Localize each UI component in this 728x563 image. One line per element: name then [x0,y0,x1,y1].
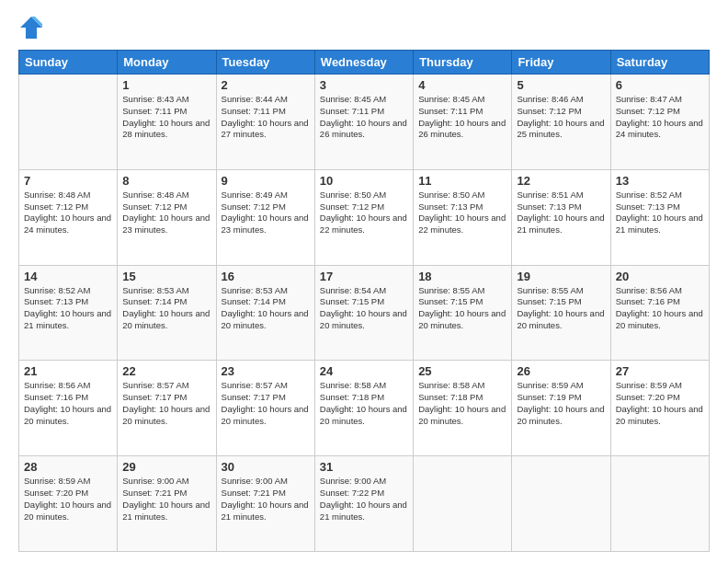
day-number: 15 [122,270,210,283]
day-number: 12 [517,174,605,188]
cell-info: Sunrise: 8:48 AMSunset: 7:12 PMDaylight:… [122,190,210,236]
calendar-cell: 9Sunrise: 8:49 AMSunset: 7:12 PMDaylight… [216,169,314,265]
day-number: 3 [320,78,408,92]
day-number: 27 [616,364,704,378]
day-header-monday: Monday [118,51,216,75]
calendar-cell: 24Sunrise: 8:58 AMSunset: 7:18 PMDayligh… [314,361,413,456]
calendar-cell: 6Sunrise: 8:47 AMSunset: 7:12 PMDaylight… [610,75,709,170]
day-number: 31 [320,460,408,474]
day-number: 2 [222,78,310,92]
day-number: 10 [320,174,408,188]
calendar-cell: 10Sunrise: 8:50 AMSunset: 7:12 PMDayligh… [314,169,413,265]
calendar-cell: 30Sunrise: 9:00 AMSunset: 7:21 PMDayligh… [216,456,314,552]
calendar-cell: 27Sunrise: 8:59 AMSunset: 7:20 PMDayligh… [610,361,709,456]
cell-info: Sunrise: 8:46 AMSunset: 7:12 PMDaylight:… [517,94,605,141]
calendar-cell: 18Sunrise: 8:55 AMSunset: 7:15 PMDayligh… [414,265,512,361]
calendar-cell: 13Sunrise: 8:52 AMSunset: 7:13 PMDayligh… [610,169,709,265]
cell-info: Sunrise: 8:55 AMSunset: 7:15 PMDaylight:… [517,285,605,332]
cell-info: Sunrise: 8:44 AMSunset: 7:11 PMDaylight:… [222,94,310,141]
calendar-cell [512,456,610,552]
cell-info: Sunrise: 8:59 AMSunset: 7:20 PMDaylight:… [616,380,704,427]
day-header-thursday: Thursday [414,51,512,75]
cell-info: Sunrise: 8:53 AMSunset: 7:14 PMDaylight:… [122,285,210,332]
svg-marker-0 [20,17,42,39]
calendar-cell: 5Sunrise: 8:46 AMSunset: 7:12 PMDaylight… [512,75,610,170]
cell-info: Sunrise: 8:45 AMSunset: 7:11 PMDaylight:… [418,94,506,141]
cell-info: Sunrise: 8:52 AMSunset: 7:13 PMDaylight:… [24,285,112,332]
calendar: SundayMondayTuesdayWednesdayThursdayFrid… [18,50,710,552]
day-number: 26 [517,364,605,378]
calendar-cell: 4Sunrise: 8:45 AMSunset: 7:11 PMDaylight… [414,75,512,170]
day-number: 19 [517,270,605,283]
calendar-week-1: 7Sunrise: 8:48 AMSunset: 7:12 PMDaylight… [19,169,710,265]
day-number: 11 [418,174,506,188]
calendar-cell: 11Sunrise: 8:50 AMSunset: 7:13 PMDayligh… [414,169,512,265]
day-number: 14 [24,270,112,283]
day-number: 29 [122,460,210,474]
cell-info: Sunrise: 8:48 AMSunset: 7:12 PMDaylight:… [24,190,112,236]
calendar-cell: 29Sunrise: 9:00 AMSunset: 7:21 PMDayligh… [118,456,216,552]
calendar-cell: 21Sunrise: 8:56 AMSunset: 7:16 PMDayligh… [19,361,118,456]
cell-info: Sunrise: 8:57 AMSunset: 7:17 PMDaylight:… [222,380,310,427]
day-number: 23 [222,364,310,378]
day-number: 13 [616,174,704,188]
cell-info: Sunrise: 8:49 AMSunset: 7:12 PMDaylight:… [222,190,310,236]
calendar-cell: 20Sunrise: 8:56 AMSunset: 7:16 PMDayligh… [610,265,709,361]
calendar-cell: 3Sunrise: 8:45 AMSunset: 7:11 PMDaylight… [314,75,413,170]
calendar-cell: 31Sunrise: 9:00 AMSunset: 7:22 PMDayligh… [314,456,413,552]
calendar-cell: 7Sunrise: 8:48 AMSunset: 7:12 PMDaylight… [19,169,118,265]
cell-info: Sunrise: 8:59 AMSunset: 7:19 PMDaylight:… [517,380,605,427]
calendar-cell: 15Sunrise: 8:53 AMSunset: 7:14 PMDayligh… [118,265,216,361]
cell-info: Sunrise: 9:00 AMSunset: 7:22 PMDaylight:… [320,476,408,523]
day-header-wednesday: Wednesday [314,51,413,75]
calendar-cell: 16Sunrise: 8:53 AMSunset: 7:14 PMDayligh… [216,265,314,361]
cell-info: Sunrise: 8:47 AMSunset: 7:12 PMDaylight:… [616,94,704,141]
day-number: 24 [320,364,408,378]
day-header-friday: Friday [512,51,610,75]
cell-info: Sunrise: 8:58 AMSunset: 7:18 PMDaylight:… [418,380,506,427]
cell-info: Sunrise: 8:45 AMSunset: 7:11 PMDaylight:… [320,94,408,141]
calendar-cell: 23Sunrise: 8:57 AMSunset: 7:17 PMDayligh… [216,361,314,456]
calendar-cell: 12Sunrise: 8:51 AMSunset: 7:13 PMDayligh… [512,169,610,265]
cell-info: Sunrise: 8:56 AMSunset: 7:16 PMDaylight:… [24,380,112,427]
day-number: 30 [222,460,310,474]
cell-info: Sunrise: 9:00 AMSunset: 7:21 PMDaylight:… [222,476,310,523]
cell-info: Sunrise: 8:58 AMSunset: 7:18 PMDaylight:… [320,380,408,427]
calendar-cell: 19Sunrise: 8:55 AMSunset: 7:15 PMDayligh… [512,265,610,361]
day-number: 8 [122,174,210,188]
day-number: 7 [24,174,112,188]
calendar-cell: 22Sunrise: 8:57 AMSunset: 7:17 PMDayligh… [118,361,216,456]
cell-info: Sunrise: 8:50 AMSunset: 7:12 PMDaylight:… [320,190,408,236]
calendar-cell: 28Sunrise: 8:59 AMSunset: 7:20 PMDayligh… [19,456,118,552]
calendar-cell: 26Sunrise: 8:59 AMSunset: 7:19 PMDayligh… [512,361,610,456]
day-header-sunday: Sunday [19,51,118,75]
calendar-cell: 25Sunrise: 8:58 AMSunset: 7:18 PMDayligh… [414,361,512,456]
day-header-tuesday: Tuesday [216,51,314,75]
day-number: 9 [222,174,310,188]
cell-info: Sunrise: 8:53 AMSunset: 7:14 PMDaylight:… [222,285,310,332]
cell-info: Sunrise: 8:50 AMSunset: 7:13 PMDaylight:… [418,190,506,236]
day-number: 20 [616,270,704,283]
calendar-header-row: SundayMondayTuesdayWednesdayThursdayFrid… [19,51,710,75]
cell-info: Sunrise: 9:00 AMSunset: 7:21 PMDaylight:… [122,476,210,523]
calendar-cell: 2Sunrise: 8:44 AMSunset: 7:11 PMDaylight… [216,75,314,170]
logo-icon [18,15,44,40]
header [18,15,710,40]
day-number: 25 [418,364,506,378]
day-number: 21 [24,364,112,378]
cell-info: Sunrise: 8:51 AMSunset: 7:13 PMDaylight:… [517,190,605,236]
day-number: 28 [24,460,112,474]
page: SundayMondayTuesdayWednesdayThursdayFrid… [0,0,728,563]
day-number: 4 [418,78,506,92]
cell-info: Sunrise: 8:55 AMSunset: 7:15 PMDaylight:… [418,285,506,332]
calendar-cell: 14Sunrise: 8:52 AMSunset: 7:13 PMDayligh… [19,265,118,361]
day-number: 1 [122,78,210,92]
day-header-saturday: Saturday [610,51,709,75]
calendar-week-4: 28Sunrise: 8:59 AMSunset: 7:20 PMDayligh… [19,456,710,552]
calendar-week-0: 1Sunrise: 8:43 AMSunset: 7:11 PMDaylight… [19,75,710,170]
day-number: 22 [122,364,210,378]
logo [18,15,48,40]
day-number: 17 [320,270,408,283]
calendar-cell [610,456,709,552]
calendar-cell: 17Sunrise: 8:54 AMSunset: 7:15 PMDayligh… [314,265,413,361]
